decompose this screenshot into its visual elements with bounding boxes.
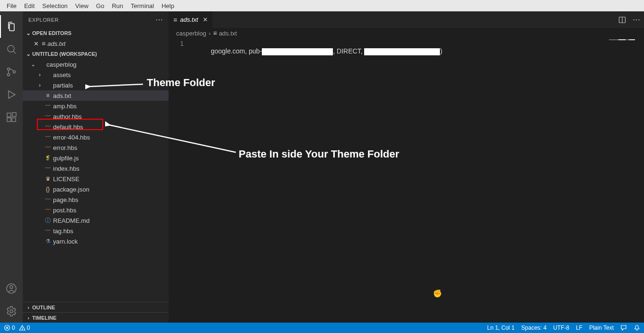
file-tree: ⌄casperblog›assets›partials≡ads.txt〰amp.…: [23, 59, 169, 302]
menu-item-view[interactable]: View: [72, 2, 92, 9]
svg-point-9: [10, 286, 13, 289]
file-default-hbs[interactable]: 〰default.hbs: [23, 122, 169, 132]
file-yarn-lock[interactable]: ⚗yarn.lock: [23, 236, 169, 246]
breadcrumb[interactable]: casperblog › ≡ ads.txt: [169, 28, 644, 38]
file-icon: ❡: [44, 155, 52, 161]
minimap[interactable]: [609, 38, 637, 53]
tree-label: ads.txt: [53, 92, 71, 99]
file-icon: ♛: [44, 175, 52, 182]
chevron-down-icon: ⌄: [29, 61, 37, 68]
menu-item-selection[interactable]: Selection: [38, 2, 71, 9]
accounts-icon[interactable]: [0, 277, 23, 300]
file-gulpfile-js[interactable]: ❡gulpfile.js: [23, 153, 169, 163]
source-control-icon[interactable]: [0, 61, 23, 83]
file-icon: ≡: [213, 29, 217, 37]
status-spaces[interactable]: Spaces: 4: [521, 324, 546, 331]
editor-area: ≡ ads.txt ✕ ⋯ casperblog › ≡ ads.txt 1 g…: [169, 11, 644, 323]
settings-gear-icon[interactable]: [0, 300, 23, 323]
tree-label: partials: [53, 82, 73, 89]
tree-label: amp.hbs: [53, 103, 77, 110]
tree-label: assets: [53, 71, 71, 79]
feedback-icon[interactable]: [620, 324, 627, 331]
file-package-json[interactable]: {}package.json: [23, 184, 169, 194]
file-LICENSE[interactable]: ♛LICENSE: [23, 174, 169, 184]
outline-label: OUTLINE: [32, 305, 55, 310]
file-post-hbs[interactable]: 〰post.hbs: [23, 205, 169, 215]
chevron-right-icon: ›: [36, 71, 44, 78]
status-lncol[interactable]: Ln 1, Col 1: [487, 324, 515, 331]
menu-item-run[interactable]: Run: [108, 2, 127, 9]
file-icon: {}: [44, 186, 52, 193]
outline-header[interactable]: › OUTLINE: [23, 302, 169, 312]
open-editors-label: OPEN EDITORS: [32, 30, 72, 36]
search-icon[interactable]: [0, 38, 23, 61]
editor-more-icon[interactable]: ⋯: [633, 15, 640, 24]
file-error-hbs[interactable]: 〰error.hbs: [23, 142, 169, 153]
chevron-right-icon: ›: [36, 82, 44, 88]
status-warnings[interactable]: 0: [19, 324, 30, 331]
chevron-down-icon: ⌄: [25, 51, 32, 57]
grab-cursor-icon: ✊: [433, 289, 442, 298]
file-icon: ⓘ: [44, 217, 52, 225]
menu-item-file[interactable]: File: [3, 2, 20, 9]
editor-tab[interactable]: ≡ ads.txt ✕: [169, 11, 213, 28]
svg-rect-5: [7, 118, 11, 122]
menu-item-go[interactable]: Go: [92, 2, 108, 9]
status-errors-count: 0: [12, 324, 15, 331]
file-error-404-hbs[interactable]: 〰error-404.hbs: [23, 132, 169, 142]
notifications-icon[interactable]: [634, 324, 640, 331]
file-amp-hbs[interactable]: 〰amp.hbs: [23, 101, 169, 111]
breadcrumb-file[interactable]: ads.txt: [219, 30, 237, 37]
file-icon: 〰: [44, 196, 52, 203]
code-editor[interactable]: 1 google.com, pub-, DIRECT, ) ✊: [169, 38, 644, 323]
file-author-hbs[interactable]: 〰author.hbs: [23, 111, 169, 122]
open-editors-header[interactable]: ⌄ OPEN EDITORS: [23, 28, 169, 38]
redacted-block: [262, 48, 333, 55]
tree-label: yarn.lock: [53, 238, 78, 245]
folder-partials[interactable]: ›partials: [23, 80, 169, 90]
breadcrumb-folder[interactable]: casperblog: [176, 30, 206, 37]
open-editor-item[interactable]: ✕ ≡ ads.txt: [23, 38, 169, 49]
code-line: google.com, pub-, DIRECT, ): [196, 40, 442, 63]
svg-rect-15: [629, 39, 635, 40]
split-editor-icon[interactable]: [618, 16, 626, 24]
status-eol[interactable]: LF: [576, 324, 582, 331]
menu-bar: FileEditSelectionViewGoRunTerminalHelp: [0, 0, 644, 11]
workspace-label: UNTITLED (WORKSPACE): [32, 51, 97, 57]
run-debug-icon[interactable]: [0, 83, 23, 106]
status-warnings-count: 0: [27, 324, 30, 331]
chevron-down-icon: ⌄: [25, 30, 32, 36]
file-page-hbs[interactable]: 〰page.hbs: [23, 194, 169, 205]
file-ads-txt[interactable]: ≡ads.txt: [23, 90, 169, 101]
close-tab-icon[interactable]: ✕: [203, 16, 208, 23]
svg-rect-14: [618, 39, 626, 40]
menu-item-terminal[interactable]: Terminal: [127, 2, 158, 9]
folder-assets[interactable]: ›assets: [23, 70, 169, 80]
explorer-icon[interactable]: [0, 15, 23, 38]
file-icon: ⚗: [44, 238, 52, 245]
file-README-md[interactable]: ⓘREADME.md: [23, 215, 169, 226]
svg-rect-6: [12, 118, 16, 122]
file-index-hbs[interactable]: 〰index.hbs: [23, 163, 169, 174]
timeline-header[interactable]: › TIMELINE: [23, 312, 169, 323]
status-language[interactable]: Plain Text: [589, 324, 614, 331]
folder-casperblog[interactable]: ⌄casperblog: [23, 59, 169, 70]
status-errors[interactable]: 0: [4, 324, 15, 331]
activity-bar: [0, 11, 23, 323]
extensions-icon[interactable]: [0, 106, 23, 129]
file-icon: 〰: [44, 165, 52, 172]
file-icon: 〰: [44, 123, 52, 130]
tab-filename: ads.txt: [180, 16, 198, 23]
file-icon: 〰: [44, 144, 52, 151]
close-icon[interactable]: ✕: [32, 40, 40, 47]
sidebar-more-icon[interactable]: ⋯: [155, 15, 163, 24]
tree-label: author.hbs: [53, 113, 82, 120]
workspace-header[interactable]: ⌄ UNTITLED (WORKSPACE): [23, 49, 169, 59]
menu-item-help[interactable]: Help: [158, 2, 178, 9]
tab-bar: ≡ ads.txt ✕ ⋯: [169, 11, 644, 28]
file-tag-hbs[interactable]: 〰tag.hbs: [23, 226, 169, 236]
status-encoding[interactable]: UTF-8: [553, 324, 569, 331]
tree-label: package.json: [53, 186, 89, 193]
menu-item-edit[interactable]: Edit: [20, 2, 38, 9]
line-number: 1: [169, 38, 192, 47]
